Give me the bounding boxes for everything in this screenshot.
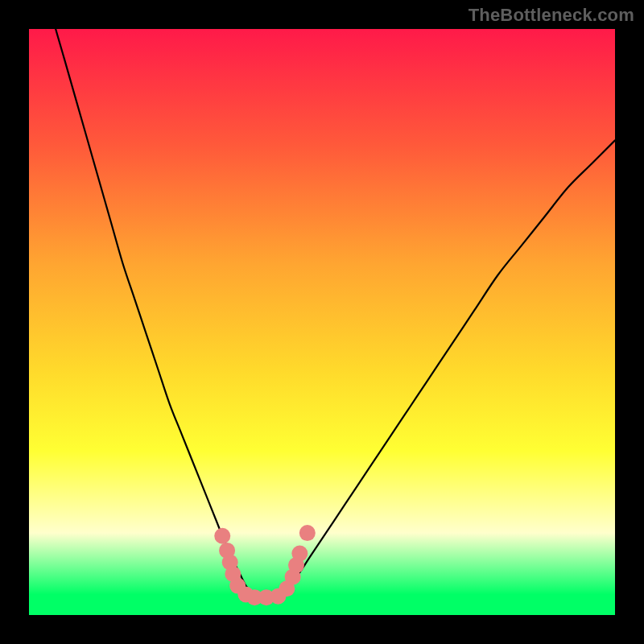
curve-marker <box>291 546 308 562</box>
chart-frame: TheBottleneck.com <box>0 0 644 644</box>
plot-area <box>29 29 615 615</box>
curve-marker <box>214 528 230 544</box>
curve-marker <box>299 525 316 541</box>
watermark-text: TheBottleneck.com <box>469 5 634 26</box>
chart-svg <box>29 29 615 615</box>
gradient-background <box>29 29 615 615</box>
